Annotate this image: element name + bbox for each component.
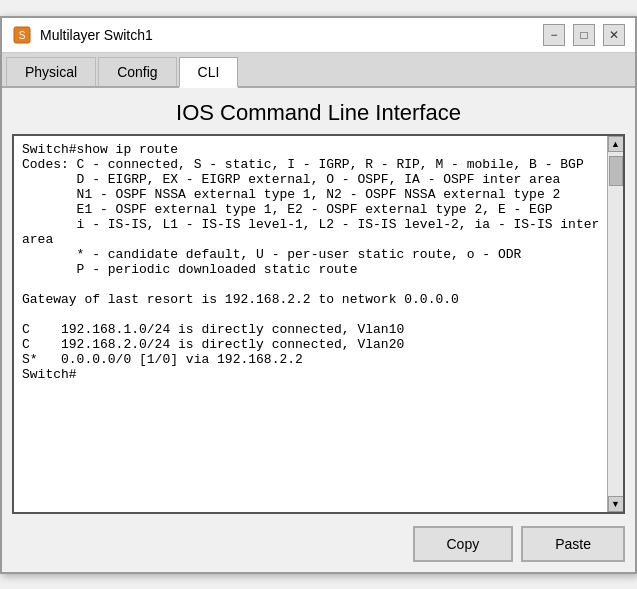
title-bar: S Multilayer Switch1 − □ ✕ bbox=[2, 18, 635, 53]
paste-button[interactable]: Paste bbox=[521, 526, 625, 562]
title-controls: − □ ✕ bbox=[543, 24, 625, 46]
tab-config[interactable]: Config bbox=[98, 57, 176, 86]
tab-bar: Physical Config CLI bbox=[2, 53, 635, 88]
cli-terminal: Switch#show ip route Codes: C - connecte… bbox=[12, 134, 625, 514]
tab-physical[interactable]: Physical bbox=[6, 57, 96, 86]
tab-cli[interactable]: CLI bbox=[179, 57, 239, 88]
title-bar-left: S Multilayer Switch1 bbox=[12, 25, 153, 45]
cli-output[interactable]: Switch#show ip route Codes: C - connecte… bbox=[14, 136, 623, 512]
scrollbar: ▲ ▼ bbox=[607, 136, 623, 512]
close-button[interactable]: ✕ bbox=[603, 24, 625, 46]
scroll-up-button[interactable]: ▲ bbox=[608, 136, 624, 152]
copy-button[interactable]: Copy bbox=[413, 526, 514, 562]
svg-text:S: S bbox=[19, 30, 26, 41]
scroll-down-button[interactable]: ▼ bbox=[608, 496, 624, 512]
minimize-button[interactable]: − bbox=[543, 24, 565, 46]
page-title: IOS Command Line Interface bbox=[2, 88, 635, 134]
main-window: S Multilayer Switch1 − □ ✕ Physical Conf… bbox=[0, 16, 637, 574]
maximize-button[interactable]: □ bbox=[573, 24, 595, 46]
button-bar: Copy Paste bbox=[2, 522, 635, 572]
window-icon: S bbox=[12, 25, 32, 45]
scroll-thumb[interactable] bbox=[609, 156, 623, 186]
window-title: Multilayer Switch1 bbox=[40, 27, 153, 43]
